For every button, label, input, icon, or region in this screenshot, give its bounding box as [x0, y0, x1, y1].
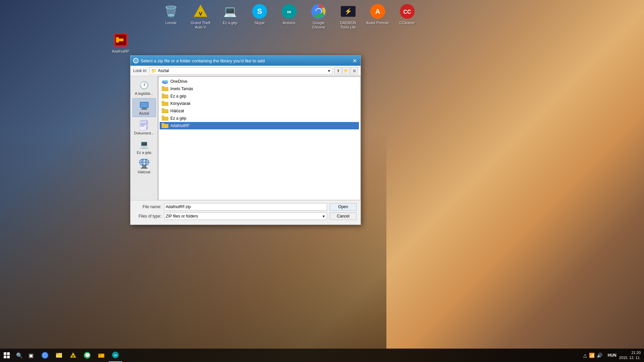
- svg-text:CC: CC: [403, 9, 411, 15]
- file-item-adafriutrf[interactable]: AdafriutRF: [160, 122, 359, 129]
- desktop-icon-ccleaner[interactable]: CC CCleaner: [394, 3, 421, 29]
- file-item-onedrive[interactable]: OneDrive: [160, 78, 359, 85]
- sidebar-item-network[interactable]: Hálózat: [132, 157, 156, 175]
- desktop-icon-skype[interactable]: S Skype: [246, 3, 273, 29]
- svg-rect-43: [7, 356, 10, 358]
- sidebar-item-this-pc[interactable]: 💻 Ez a gép: [132, 138, 156, 156]
- clock-date: 2015. 12. 11.: [619, 355, 641, 360]
- this-pc-icon: 💻: [139, 139, 150, 150]
- dialog-sidebar: 🕐 A legtöbb... Asztal: [130, 76, 158, 200]
- file-item-ez-a-gep[interactable]: Ez a gép: [160, 93, 359, 100]
- desktop-icon-avast[interactable]: A Avast Premier: [364, 3, 391, 29]
- adafriutrf-label: AdafriutRF: [112, 49, 130, 53]
- ez-a-gep-label: Ez a gép: [170, 94, 186, 99]
- dialog-bottom: File name: Open Files of type: ZIP files…: [130, 200, 361, 225]
- arduino-icon: ∞: [281, 3, 297, 19]
- start-button[interactable]: [0, 349, 13, 362]
- sidebar-item-asztal[interactable]: Asztal: [132, 98, 156, 117]
- clock-time: 21:20: [619, 350, 641, 355]
- file-item-ez-a-gep2[interactable]: Ez a gép: [160, 115, 359, 122]
- dialog-titlebar: ⊙ Select a zip file or a folder containi…: [130, 56, 361, 66]
- arduino-label: Arduino: [283, 21, 296, 25]
- svg-text:A: A: [375, 8, 380, 15]
- gta-icon: V: [193, 3, 209, 19]
- filetype-select[interactable]: ZIP files or folders ▼: [164, 213, 327, 220]
- ez-a-gep-folder-icon: [162, 93, 168, 100]
- file-item-halozat[interactable]: Hálózat: [160, 107, 359, 115]
- recent-label: A legtöbb...: [135, 92, 153, 96]
- desktop-icon-adafriutrf[interactable]: AdafriutRF: [107, 32, 134, 53]
- ez-a-gep2-icon: [162, 115, 168, 122]
- desktop-icons-top: 🗑️ Lomtár V Grand TheftAuto V 💻 Ez a gép…: [154, 0, 424, 33]
- open-button[interactable]: Open: [330, 203, 357, 210]
- desktop-icon-eza-gep[interactable]: 💻 Ez a gép: [217, 3, 244, 29]
- dialog-close-button[interactable]: ✕: [351, 57, 358, 64]
- network-icon: [139, 159, 150, 169]
- avast-icon: A: [370, 3, 386, 19]
- systray-chevron-icon[interactable]: △: [583, 353, 587, 358]
- dialog-title-icon: ⊙: [133, 58, 139, 63]
- search-button[interactable]: 🔍: [13, 349, 25, 362]
- asztal-label: Asztal: [139, 111, 149, 115]
- desktop-icon-chrome[interactable]: GoogleChrome: [305, 3, 332, 29]
- task-view-button[interactable]: ▣: [25, 349, 37, 362]
- this-pc-label: Ez a gép: [137, 150, 151, 155]
- language-indicator[interactable]: HUN: [608, 353, 616, 358]
- halozat-label: Hálózat: [170, 109, 184, 113]
- adafriutrf-icon: [113, 32, 129, 48]
- desktop: 🗑️ Lomtár V Grand TheftAuto V 💻 Ez a gép…: [0, 0, 644, 362]
- taskbar-app-file-manager[interactable]: [52, 349, 66, 362]
- svg-rect-29: [140, 124, 146, 125]
- ccleaner-icon: CC: [399, 3, 415, 19]
- lookin-label: Look in:: [133, 68, 147, 73]
- lookin-combo[interactable]: 📁 Asztal ▼: [149, 67, 332, 74]
- volume-icon[interactable]: 🔊: [597, 353, 602, 358]
- svg-rect-48: [56, 354, 62, 358]
- desktop-icon-gta[interactable]: V Grand TheftAuto V: [187, 3, 214, 29]
- taskbar-app-chrome[interactable]: [38, 349, 52, 362]
- svg-rect-20: [141, 103, 148, 107]
- svg-text:💬: 💬: [85, 353, 91, 358]
- desktop-icon-daemon[interactable]: ⚡ DAEMONTools Lite: [335, 3, 362, 29]
- svg-point-46: [44, 354, 46, 357]
- svg-point-39: [164, 80, 168, 83]
- svg-rect-55: [98, 354, 101, 355]
- network-label: Hálózat: [138, 170, 150, 174]
- filename-input[interactable]: [164, 203, 327, 210]
- documents-label: Dokument...: [134, 131, 154, 135]
- filetype-arrow-icon: ▼: [322, 215, 325, 218]
- file-item-imets[interactable]: Imets Tamás: [160, 85, 359, 93]
- files-list[interactable]: OneDrive Imets Tamás: [158, 76, 361, 200]
- asztal-icon: [139, 100, 150, 111]
- taskbar-clock[interactable]: 21:20 2015. 12. 11.: [619, 350, 641, 361]
- svg-rect-32: [141, 168, 148, 169]
- toolbar-view-button[interactable]: ⊞: [351, 67, 358, 74]
- sidebar-item-documents[interactable]: Dokument...: [132, 118, 156, 136]
- sidebar-item-recent[interactable]: 🕐 A legtöbb...: [132, 79, 156, 97]
- daemon-icon: ⚡: [340, 3, 356, 19]
- taskbar-app-gtav[interactable]: V: [66, 349, 80, 362]
- ccleaner-label: CCleaner: [399, 21, 415, 25]
- chrome-icon: [311, 3, 327, 19]
- taskbar-app-arduino[interactable]: ∞: [109, 349, 122, 362]
- svg-rect-42: [4, 356, 6, 358]
- filetype-row: Files of type: ZIP files or folders ▼ Ca…: [135, 213, 357, 220]
- konyvtarak-icon: [162, 100, 168, 107]
- dialog-titlebar-left: ⊙ Select a zip file or a folder containi…: [133, 58, 265, 63]
- toolbar-buttons: ⬆ 📁 ⊞: [334, 67, 358, 74]
- svg-text:V: V: [199, 11, 202, 16]
- desktop-icon-arduino[interactable]: ∞ Arduino: [276, 3, 303, 29]
- svg-text:∞: ∞: [114, 352, 117, 358]
- gta-label: Grand TheftAuto V: [191, 21, 211, 29]
- filetype-label: Files of type:: [135, 214, 161, 219]
- toolbar-folder-button[interactable]: 📁: [342, 67, 350, 74]
- svg-text:∞: ∞: [287, 8, 291, 15]
- adafriutrf-folder-icon: [162, 122, 168, 129]
- cancel-button[interactable]: Cancel: [330, 213, 357, 220]
- taskbar-app-whatsapp[interactable]: 💬: [80, 349, 94, 362]
- file-item-konyvtarak[interactable]: Könyvtárak: [160, 100, 359, 107]
- toolbar-up-button[interactable]: ⬆: [334, 67, 342, 74]
- taskbar-app-explorer[interactable]: [95, 349, 108, 362]
- desktop-icon-lomtar[interactable]: 🗑️ Lomtár: [158, 3, 184, 29]
- taskbar-right: △ 📶 🔊 HUN 21:20 2015. 12. 11.: [583, 350, 644, 361]
